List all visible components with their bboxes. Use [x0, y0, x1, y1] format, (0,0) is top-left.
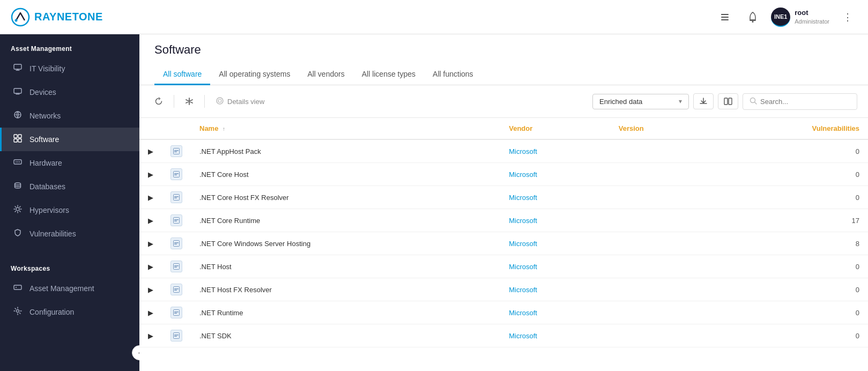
sidebar-item-label: Hardware: [29, 159, 62, 167]
data-table: Name ↑ Vendor Version Vulnerabilities: [139, 118, 868, 347]
name-col-header[interactable]: Name ↑: [191, 118, 500, 139]
row-vendor[interactable]: Microsoft: [500, 139, 610, 163]
row-expand-button[interactable]: ▶: [139, 209, 162, 232]
row-version: [610, 255, 713, 278]
sidebar-item-it-visibility[interactable]: IT Visibility: [0, 57, 139, 80]
expand-col-header: [139, 118, 162, 139]
sidebar-item-configuration[interactable]: Configuration: [0, 300, 139, 324]
vulnerabilities-col-header[interactable]: Vulnerabilities: [712, 118, 868, 139]
tab-all-vendors[interactable]: All vendors: [299, 64, 353, 85]
main-layout: Asset Management IT Visibility Devices N…: [0, 34, 868, 371]
row-expand-button[interactable]: ▶: [139, 232, 162, 255]
row-expand-button[interactable]: ▶: [139, 324, 162, 347]
sidebar-item-label: Databases: [29, 182, 65, 191]
row-expand-button[interactable]: ▶: [139, 278, 162, 301]
svg-rect-40: [174, 241, 180, 247]
svg-rect-31: [174, 172, 180, 177]
row-expand-button[interactable]: ▶: [139, 139, 162, 163]
svg-rect-51: [174, 313, 177, 314]
row-vulnerabilities: 0: [712, 163, 868, 186]
table-row: ▶ .NET Runtime Microsoft 0: [139, 301, 868, 324]
row-icon-cell: [162, 255, 191, 278]
software-row-icon: [170, 168, 182, 180]
sidebar-item-label: Vulnerabilities: [29, 229, 76, 238]
sidebar-item-label: IT Visibility: [29, 64, 65, 73]
table-header-row: Name ↑ Vendor Version Vulnerabilities: [139, 118, 868, 139]
row-name: .NET Core Runtime: [191, 209, 500, 232]
svg-point-16: [17, 161, 18, 162]
sidebar-item-hardware[interactable]: Hardware: [0, 151, 139, 175]
svg-point-6: [752, 21, 754, 23]
row-expand-button[interactable]: ▶: [139, 163, 162, 186]
refresh-button[interactable]: [150, 93, 167, 110]
svg-rect-35: [174, 196, 179, 197]
svg-rect-46: [174, 287, 180, 293]
row-expand-button[interactable]: ▶: [139, 255, 162, 278]
bell-icon: [748, 12, 758, 23]
svg-point-0: [12, 9, 29, 26]
user-name: root: [795, 9, 829, 18]
row-vendor[interactable]: Microsoft: [500, 186, 610, 209]
details-view-button[interactable]: Details view: [211, 94, 269, 109]
user-info[interactable]: INE1 root Administrator: [771, 8, 829, 27]
row-name: .NET Core Host: [191, 163, 500, 186]
row-icon-cell: [162, 301, 191, 324]
sidebar-item-asset-management[interactable]: Asset Management: [0, 277, 139, 300]
tab-all-license-types[interactable]: All license types: [353, 64, 424, 85]
sidebar-item-hypervisors[interactable]: Hypervisors: [0, 198, 139, 222]
columns-button[interactable]: [718, 93, 738, 109]
row-vendor[interactable]: Microsoft: [500, 163, 610, 186]
svg-rect-34: [174, 195, 180, 201]
row-vendor[interactable]: Microsoft: [500, 209, 610, 232]
list-view-button[interactable]: [715, 8, 735, 27]
table-row: ▶ .NET Core Host FX Resolver Microsoft 0: [139, 186, 868, 209]
vendor-col-header[interactable]: Vendor: [500, 118, 610, 139]
sidebar-item-vulnerabilities[interactable]: Vulnerabilities: [0, 222, 139, 246]
svg-rect-13: [18, 139, 21, 142]
table-row: ▶ .NET AppHost Pack Microsoft 0: [139, 139, 868, 163]
row-vendor[interactable]: Microsoft: [500, 301, 610, 324]
details-view-label: Details view: [227, 98, 264, 106]
icon-col-header: [162, 118, 191, 139]
tab-all-software[interactable]: All software: [154, 64, 210, 85]
row-expand-button[interactable]: ▶: [139, 301, 162, 324]
more-options-button[interactable]: ⋮: [838, 8, 857, 27]
enriched-data-dropdown[interactable]: Enriched data ▾: [592, 94, 689, 109]
asterisk-button[interactable]: [181, 93, 198, 110]
row-vendor[interactable]: Microsoft: [500, 278, 610, 301]
search-input[interactable]: [760, 98, 850, 106]
software-row-icon: [170, 238, 182, 249]
details-icon: [216, 97, 224, 107]
row-name: .NET AppHost Pack: [191, 139, 500, 163]
sort-arrow-icon: ↑: [222, 126, 225, 132]
row-expand-button[interactable]: ▶: [139, 186, 162, 209]
sidebar-item-databases[interactable]: Databases: [0, 175, 139, 198]
svg-rect-29: [174, 150, 179, 151]
sidebar-item-label: Software: [29, 135, 59, 144]
version-col-header[interactable]: Version: [610, 118, 713, 139]
search-box[interactable]: [743, 93, 857, 110]
tab-all-functions[interactable]: All functions: [424, 64, 481, 85]
tab-all-os[interactable]: All operating systems: [210, 64, 299, 85]
export-button[interactable]: [693, 93, 714, 109]
user-details: root Administrator: [795, 9, 829, 25]
svg-rect-5: [721, 14, 723, 15]
sidebar-item-devices[interactable]: Devices: [0, 80, 139, 104]
row-vendor[interactable]: Microsoft: [500, 255, 610, 278]
toolbar-separator: [174, 95, 174, 108]
row-icon-cell: [162, 139, 191, 163]
row-version: [610, 209, 713, 232]
svg-point-19: [16, 207, 19, 211]
row-vendor[interactable]: Microsoft: [500, 232, 610, 255]
software-row-icon: [170, 145, 182, 157]
sidebar-item-software[interactable]: Software: [0, 128, 139, 151]
row-vendor[interactable]: Microsoft: [500, 324, 610, 347]
sidebar-collapse-button[interactable]: ‹: [132, 345, 139, 360]
topbar-right: INE1 root Administrator ⋮: [715, 8, 857, 27]
notifications-button[interactable]: [743, 8, 762, 27]
svg-rect-4: [721, 19, 729, 20]
sidebar-item-networks[interactable]: Networks: [0, 104, 139, 128]
svg-rect-43: [174, 264, 180, 270]
row-vulnerabilities: 0: [712, 139, 868, 163]
software-row-icon: [170, 284, 182, 295]
